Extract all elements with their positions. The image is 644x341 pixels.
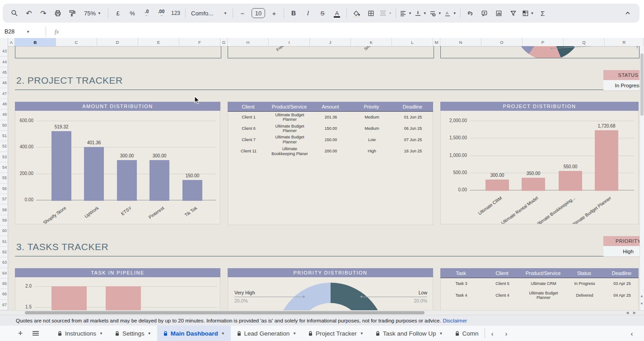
table-views-button[interactable]: ▼	[522, 7, 534, 19]
table-cell[interactable]: Ultimate CRM	[523, 280, 564, 287]
table-cell[interactable]: Medium	[351, 125, 392, 132]
row-header-51[interactable]: 51	[0, 131, 8, 141]
table-cell[interactable]: Ultimate Bookkeeping Planer	[269, 146, 310, 157]
borders-button[interactable]	[365, 7, 377, 19]
table-cell[interactable]: Client 4	[482, 292, 523, 298]
add-sheet-button[interactable]: +	[13, 326, 28, 341]
table-cell[interactable]: Client 1	[228, 114, 269, 120]
tabs-scroll-left-icon[interactable]: ‹	[491, 330, 494, 337]
table-cell[interactable]: Client 5	[482, 280, 523, 287]
table-cell[interactable]: Ultimate Budget Planner	[269, 112, 310, 123]
redo-icon[interactable]: ↷	[37, 7, 49, 19]
undo-icon[interactable]: ↶	[23, 7, 35, 19]
table-cell[interactable]: 04 Apr 25	[605, 292, 639, 298]
hscroll-left-icon[interactable]: ◀	[626, 311, 629, 315]
hscroll-right-icon[interactable]: ▶	[633, 311, 636, 315]
table-cell[interactable]: Client 11	[228, 148, 269, 154]
table-cell[interactable]: Client 7	[228, 137, 269, 143]
table-cell[interactable]: High	[351, 148, 392, 154]
text-rotation-button[interactable]: A ▼	[444, 7, 457, 19]
italic-button[interactable]: I	[302, 7, 314, 19]
client-table[interactable]: ClientProduct/ServiceAmountPriorityDeadl…	[228, 102, 433, 225]
column-header-K[interactable]: K	[351, 38, 392, 46]
fill-color-button[interactable]	[350, 7, 362, 19]
disclaimer-link[interactable]: Disclaimer	[443, 318, 467, 323]
priority-value[interactable]: High	[603, 246, 644, 257]
chart-amount-distribution[interactable]: AMOUNT DISTRIBUTION 0.00200.00400.00600.…	[15, 102, 220, 224]
table-cell[interactable]: 201.36	[310, 114, 351, 120]
row-header-50[interactable]: 50	[0, 120, 8, 131]
column-header-M[interactable]: M	[433, 38, 440, 46]
currency-format-button[interactable]: £	[112, 7, 124, 19]
row-header-54[interactable]: 54	[0, 162, 8, 173]
insert-chart-button[interactable]	[493, 7, 505, 19]
sheet-tab-settings[interactable]: Settings▼	[109, 326, 157, 341]
sheet-tab-instructions[interactable]: Instructions▼	[51, 326, 109, 341]
cut-chart-middle[interactable]: Free... Sm...	[228, 46, 434, 58]
zoom-select[interactable]: 75%▼	[81, 7, 104, 19]
decrease-font-size-button[interactable]: −	[237, 7, 248, 19]
table-row[interactable]: Client 11Ultimate Bookkeeping Planer200.…	[228, 145, 433, 157]
name-box-caret-icon[interactable]: ▼	[26, 30, 30, 34]
scroll-up-mini-icon[interactable]: ▲	[640, 294, 644, 298]
row-header-63[interactable]: 63	[0, 257, 8, 268]
row-header-60[interactable]: 60	[0, 226, 8, 236]
row-header-56[interactable]: 56	[0, 184, 8, 194]
row-header-47[interactable]: 47	[0, 88, 8, 99]
column-header-Q[interactable]: Q	[564, 38, 605, 46]
row-header-43[interactable]: 43	[0, 46, 8, 57]
sheet-tab-task-and-follow-up[interactable]: Task and Follow Up▼	[369, 326, 449, 341]
name-box[interactable]: B28 ▼	[0, 28, 43, 35]
column-header-O[interactable]: O	[481, 38, 523, 46]
row-header-66[interactable]: 66	[0, 289, 8, 299]
column-header-D[interactable]: D	[97, 38, 138, 46]
chart-project-distribution[interactable]: PROJECT DISTRIBUTION 0.00500.001,000.001…	[440, 102, 639, 224]
decrease-decimal-button[interactable]: .0←	[141, 7, 153, 19]
table-cell[interactable]: Ultimate Budget Planner	[523, 290, 564, 301]
table-cell[interactable]: Medium	[351, 114, 392, 120]
column-header-I[interactable]: I	[269, 38, 310, 46]
table-cell[interactable]: 07 Jun 25	[392, 137, 434, 143]
all-sheets-menu-button[interactable]	[28, 326, 43, 341]
row-header-64[interactable]: 64	[0, 268, 8, 279]
increase-font-size-button[interactable]: +	[268, 7, 280, 19]
column-header-J[interactable]: J	[310, 38, 351, 46]
status-box[interactable]: STATUS In Progress	[603, 70, 644, 91]
text-wrap-button[interactable]: ▼	[429, 7, 442, 19]
table-cell[interactable]: 200.00	[310, 148, 351, 154]
more-formats-button[interactable]: 123	[170, 7, 182, 19]
cut-chart-right[interactable]: 7	[440, 46, 639, 58]
section-title-project-tracker[interactable]: 2. PROJECT TRACKER	[16, 75, 123, 86]
functions-button[interactable]: Σ	[537, 7, 549, 19]
paint-format-icon[interactable]	[66, 7, 78, 19]
column-header-C[interactable]: C	[56, 38, 97, 46]
row-header-44[interactable]: 44	[0, 57, 8, 67]
scroll-down-mini-icon[interactable]: ▼	[640, 302, 644, 306]
cut-chart-left[interactable]	[15, 46, 221, 58]
table-row[interactable]: Client 1Ultimate Budget Planner201.36Med…	[228, 112, 433, 123]
font-size-input[interactable]: 10	[252, 8, 265, 18]
row-header-61[interactable]: 61	[0, 236, 8, 246]
sheet-tab-main-dashboard[interactable]: Main Dashboard▼	[157, 326, 231, 341]
sheet-tab-menu-caret-icon[interactable]: ▼	[99, 332, 103, 336]
row-header-55[interactable]: 55	[0, 173, 8, 183]
row-header-67[interactable]: 67	[0, 300, 8, 310]
table-row[interactable]: Task 3Client 5Ultimate CRMIn Progress03 …	[441, 278, 638, 289]
table-cell[interactable]: Task 4	[441, 292, 482, 298]
insert-comment-button[interactable]	[479, 7, 490, 19]
column-header-E[interactable]: E	[138, 38, 179, 46]
sheet-tab-project-tracker[interactable]: Project Tracker▼	[302, 326, 369, 341]
task-table[interactable]: TaskClientProduct/ServiceStatusDeadline …	[440, 268, 639, 311]
table-cell[interactable]: Client 6	[228, 125, 269, 132]
horizontal-align-button[interactable]: ▼	[400, 7, 412, 19]
priority-box[interactable]: PRIORITY High	[603, 236, 644, 257]
chart-priority-distribution[interactable]: PRIORITY DISTRIBUTION Very High 20.0% Lo…	[228, 268, 433, 310]
table-row[interactable]: Client 6Ultimate Budget Planner150.00Med…	[228, 123, 433, 134]
vertical-scrollbar-thumb[interactable]	[640, 53, 644, 116]
font-select[interactable]: Comfo...▼	[189, 7, 229, 19]
vertical-align-button[interactable]: ▼	[415, 7, 427, 19]
row-header-49[interactable]: 49	[0, 109, 8, 120]
insert-link-button[interactable]	[464, 7, 476, 19]
table-cell[interactable]: In Progress	[564, 280, 605, 287]
table-row[interactable]: Task 4Client 4Ultimate Budget PlannerDel…	[441, 289, 638, 302]
